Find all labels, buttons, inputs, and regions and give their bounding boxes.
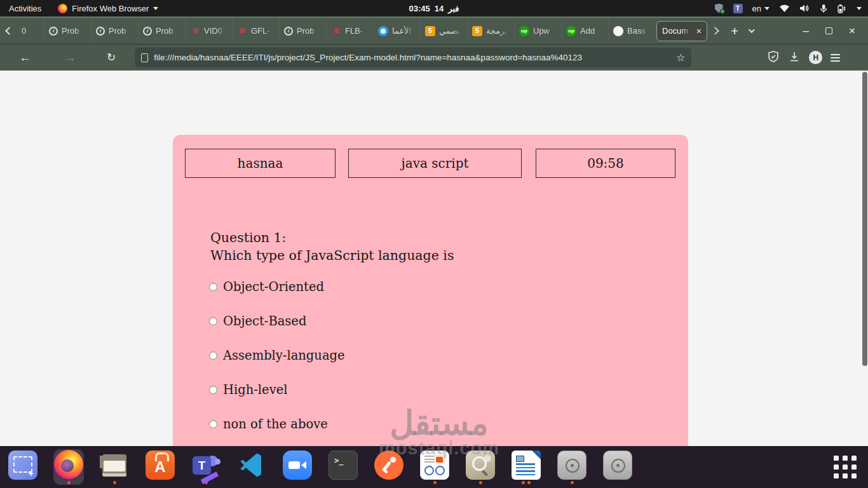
tab-label: Prob (62, 26, 86, 36)
scrollbar-thumb[interactable] (862, 72, 867, 366)
url-text[interactable]: file:///media/hasnaa/EEEE/ITI/js/project… (154, 53, 671, 62)
dock-item-drive-2[interactable] (602, 449, 633, 485)
activities-button[interactable]: Activities (9, 4, 41, 13)
dock-item-drive-1[interactable] (557, 449, 587, 485)
dock-item-teams[interactable]: T (191, 449, 221, 485)
minimize-button[interactable]: – (803, 28, 809, 34)
app-menu[interactable]: Firefox Web Browser (58, 4, 158, 13)
tab-active[interactable]: Docum× (656, 21, 707, 41)
menu-icon[interactable] (831, 54, 840, 62)
answer-option[interactable]: Assembly-language (209, 338, 345, 372)
dock-item-postman[interactable] (374, 449, 404, 485)
answer-option[interactable]: Object-Based (209, 304, 345, 338)
scroll-tabs-right-icon[interactable] (711, 27, 719, 35)
files-icon (100, 451, 129, 480)
tab-item[interactable]: iProb (279, 18, 326, 44)
tab-item[interactable]: itiFLB- (326, 18, 373, 44)
running-indicator-dot (571, 481, 574, 484)
upwork-favicon: up (519, 26, 529, 36)
language-label: en (752, 4, 761, 13)
tab-item[interactable]: itiGFL- (232, 18, 279, 44)
tab-item[interactable]: iProb (91, 18, 138, 44)
radio-button[interactable] (209, 420, 217, 428)
download-icon[interactable] (788, 50, 801, 65)
list-all-tabs-icon[interactable] (749, 27, 755, 33)
keyboard-layout-indicator[interactable]: en (752, 4, 770, 13)
dock-item-image-viewer[interactable] (465, 449, 496, 485)
radio-button[interactable] (209, 283, 217, 291)
app-grid-icon[interactable] (834, 456, 857, 478)
dock-item-libreoffice-writer[interactable] (511, 449, 541, 485)
tab-item[interactable]: itiVID0 (185, 18, 232, 44)
tab-label: تصمي (439, 26, 463, 36)
volume-icon[interactable] (799, 4, 810, 13)
tab-label: FLB- (345, 26, 369, 36)
teams-icon: T (191, 451, 220, 480)
tab-item[interactable]: 5برمجة (467, 18, 514, 44)
clock[interactable]: 03:45 14 فبر (409, 4, 459, 13)
software-store-icon: A (146, 451, 175, 480)
teams-tray-icon[interactable]: T (733, 4, 743, 13)
info-favicon: i (284, 27, 293, 36)
wifi-icon[interactable] (779, 4, 790, 13)
tab-label: Prob (156, 26, 180, 36)
close-window-button[interactable]: × (849, 25, 855, 37)
tab-item[interactable]: 5تصمي (420, 18, 467, 44)
radio-button[interactable] (209, 351, 217, 360)
tab-item[interactable]: iProb (44, 18, 91, 44)
scrollbar-track[interactable] (862, 71, 868, 447)
tab-item[interactable]: upUpw (514, 18, 561, 44)
iti-favicon: iti (237, 26, 247, 36)
answer-option[interactable]: High-level (209, 372, 345, 407)
answer-option[interactable]: Object-Oriented (209, 269, 345, 304)
dock-item-files[interactable] (99, 449, 130, 485)
bookmark-star-icon[interactable]: ☆ (676, 51, 685, 64)
close-tab-icon[interactable]: × (696, 26, 702, 36)
new-tab-button[interactable]: + (731, 24, 738, 39)
scroll-tabs-left-icon[interactable] (5, 27, 13, 35)
dock-item-firefox[interactable] (53, 449, 84, 485)
dock-item-screenshot-tool[interactable]: + (8, 449, 38, 485)
dock-item-software-store[interactable]: A (145, 449, 175, 485)
dock-item-zoom[interactable] (282, 449, 313, 485)
info-favicon: i (143, 27, 152, 36)
chevron-down-icon (153, 7, 158, 10)
forward-button[interactable]: → (64, 51, 76, 64)
back-button[interactable]: ← (19, 51, 31, 64)
clock-day: 14 (435, 4, 444, 13)
tab-label: Prob (109, 26, 133, 36)
tab-item[interactable]: Bass (608, 18, 655, 44)
image-viewer-icon (466, 451, 495, 480)
desktop: Activities Firefox Web Browser 03:45 14 … (0, 0, 868, 488)
tab-item[interactable]: iProb (138, 18, 185, 44)
extension-shield-icon[interactable] (767, 50, 780, 65)
question-block: Question 1: Which type of JavaScript lan… (210, 229, 454, 264)
url-bar[interactable]: file:///media/hasnaa/EEEE/ITI/js/project… (135, 48, 691, 67)
tab-item[interactable]: الأعما (373, 18, 420, 44)
microphone-icon[interactable] (820, 4, 827, 13)
radio-button[interactable] (209, 386, 217, 394)
page-icon (141, 53, 148, 62)
dock-item-vscode[interactable] (236, 449, 267, 485)
gnome-top-bar: Activities Firefox Web Browser 03:45 14 … (0, 0, 868, 17)
answer-option[interactable]: non of the above (209, 407, 345, 441)
exam-card: hasnaa java script 09:58 Question 1: Whi… (173, 135, 688, 447)
dock-item-document-viewer[interactable] (419, 449, 450, 485)
tab-label: GFL- (251, 26, 275, 36)
tab-label: برمجة (486, 26, 510, 36)
drive-2-icon (603, 451, 632, 480)
tab-item[interactable]: upAdd (561, 18, 608, 44)
system-menu-chevron-icon[interactable] (857, 7, 862, 10)
tab-label: 0 (22, 26, 39, 36)
dock-item-terminal[interactable]: >_ (328, 449, 358, 485)
security-shield-icon[interactable] (714, 3, 724, 13)
account-avatar[interactable]: H (809, 51, 822, 64)
running-indicator-dot (433, 481, 437, 484)
reload-button[interactable]: ↻ (107, 52, 116, 63)
running-indicator-dot (113, 481, 116, 484)
tab-item[interactable]: 0 (17, 18, 44, 44)
battery-icon[interactable] (837, 4, 847, 13)
dock: +AT>_ (0, 446, 868, 488)
maximize-button[interactable] (825, 27, 832, 34)
radio-button[interactable] (209, 317, 217, 325)
